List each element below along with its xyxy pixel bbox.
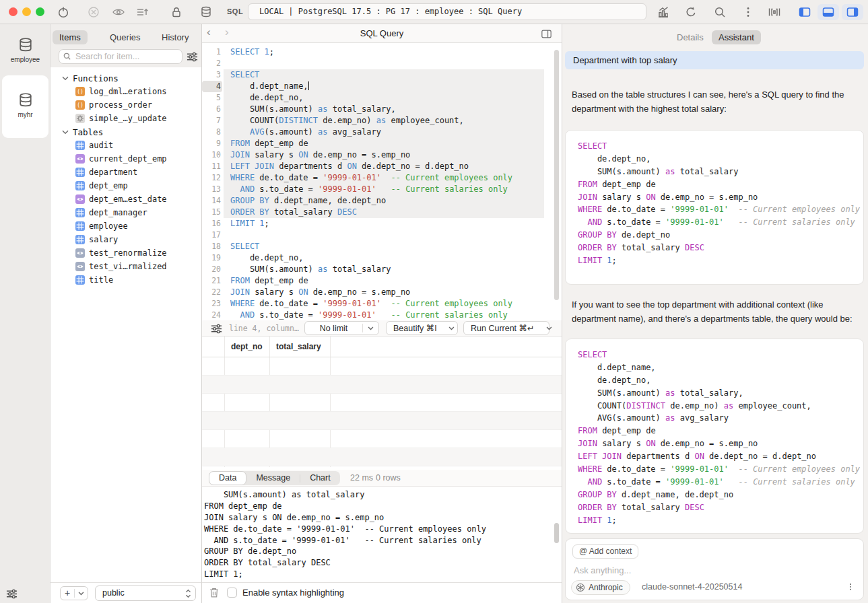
tree-group-functions[interactable]: Functions <box>51 71 201 85</box>
add-item-button[interactable]: + <box>60 586 88 600</box>
table-row[interactable] <box>202 357 562 376</box>
editor-code[interactable]: SELECT 1;SELECT d.dept_name, de.dept_no,… <box>230 46 544 320</box>
table-row[interactable] <box>202 430 562 448</box>
chart-icon[interactable] <box>657 5 670 19</box>
tab-history[interactable]: History <box>155 30 195 44</box>
tree-item-title[interactable]: title <box>51 273 201 287</box>
editor-code-line[interactable]: LEFT JOIN departments d ON de.dept_no = … <box>230 161 544 172</box>
zoom-window-button[interactable] <box>36 7 44 16</box>
tree-item-employee[interactable]: employee <box>51 219 201 233</box>
refresh-icon[interactable] <box>684 5 698 19</box>
ask-anything-input[interactable]: Ask anything... <box>574 565 631 575</box>
toggle-right-panel-icon[interactable] <box>842 4 863 20</box>
editor-code-line[interactable]: GROUP BY d.dept_name, de.dept_no <box>230 195 544 207</box>
tree-item-process-order[interactable]: ()process_order <box>51 98 201 112</box>
results-grid[interactable]: dept_no total_salary <box>202 336 562 470</box>
tree-group-tables[interactable]: Tables <box>51 125 201 139</box>
table-row[interactable] <box>202 394 562 412</box>
editor-code-line[interactable]: de.dept_no, <box>230 92 544 104</box>
editor-code-line[interactable]: FROM dept_emp de <box>230 275 544 287</box>
tab-message[interactable]: Message <box>246 471 300 485</box>
editor-code-line[interactable] <box>230 229 544 241</box>
add-context-chip[interactable]: @ Add context <box>572 544 638 559</box>
editor-code-line[interactable]: JOIN salary s ON de.emp_no = s.emp_no <box>230 287 544 298</box>
append-rows-icon[interactable] <box>135 5 149 19</box>
tree-item-log-dml-erations[interactable]: ()log_dml…erations <box>51 85 201 98</box>
column-header[interactable]: total_salary <box>276 336 321 357</box>
cancel-icon[interactable] <box>87 5 100 19</box>
tree-item-dept-emp[interactable]: dept_emp <box>51 179 201 192</box>
editor-code-line[interactable]: de.dept_no, <box>230 252 544 264</box>
editor-code-line[interactable] <box>230 58 544 69</box>
message-scrollbar[interactable] <box>554 523 559 543</box>
database-icon[interactable] <box>199 5 213 19</box>
syntax-highlight-checkbox[interactable] <box>227 588 237 598</box>
editor-code-line[interactable]: JOIN salary s ON de.emp_no = s.emp_no <box>230 149 544 161</box>
search-icon[interactable] <box>713 5 727 19</box>
chevron-down-icon[interactable] <box>62 130 70 135</box>
tab-items[interactable]: Items <box>53 30 88 44</box>
tab-assistant[interactable]: Assistant <box>712 30 761 44</box>
eye-icon[interactable] <box>112 5 125 19</box>
editor-code-line[interactable]: SUM(s.amount) as total_salary <box>230 264 544 275</box>
assistant-input-card[interactable]: @ Add context Ask anything... Anthropic … <box>565 538 864 600</box>
run-current-button[interactable]: Run Current ⌘↵ <box>463 321 549 335</box>
model-name[interactable]: claude-sonnet-4-20250514 <box>642 582 742 592</box>
power-plug-icon[interactable] <box>57 5 70 19</box>
editor-code-line[interactable]: SUM(s.amount) as total_salary, <box>230 104 544 115</box>
chevron-down-icon[interactable] <box>62 76 70 81</box>
table-row[interactable] <box>202 412 562 430</box>
table-row[interactable] <box>202 448 562 466</box>
toggle-bottom-panel-icon[interactable] <box>817 4 839 20</box>
editor-code-line[interactable]: SELECT 1; <box>230 46 544 58</box>
editor-code-line[interactable]: ORDER BY total_salary DESC <box>230 207 544 218</box>
editor-code-line[interactable]: AND s.to_date = '9999-01-01' -- Current … <box>230 184 544 195</box>
tab-chart[interactable]: Chart <box>300 471 340 485</box>
center-layout-icon[interactable] <box>768 5 781 19</box>
provider-select[interactable]: Anthropic <box>571 580 630 595</box>
more-icon[interactable] <box>846 582 855 592</box>
lock-icon[interactable] <box>170 5 183 19</box>
sql-code-block[interactable]: SELECT d.dept_name, de.dept_no, SUM(s.am… <box>565 339 864 534</box>
editor-code-line[interactable]: COUNT(DISTINCT de.emp_no) as employee_co… <box>230 115 544 127</box>
tab-details[interactable]: Details <box>670 30 710 44</box>
editor-code-line[interactable]: AND s.to_date = '9999-01-01' -- Current … <box>230 310 544 320</box>
editor-code-line[interactable]: SELECT <box>230 69 544 81</box>
tree-item-dept-manager[interactable]: dept_manager <box>51 206 201 219</box>
filter-sliders-icon[interactable] <box>186 51 199 63</box>
connection-title[interactable]: LOCAL | PostgreSQL 17.5 : PG 17 : employ… <box>248 3 646 20</box>
minimize-window-button[interactable] <box>22 7 31 16</box>
split-panel-icon[interactable] <box>541 29 552 39</box>
sql-editor[interactable]: 123456789101112131415161718192021222324 … <box>202 43 562 320</box>
tree-item-dept-em-est-date[interactable]: dept_em…est_date <box>51 192 201 206</box>
tree-item-salary[interactable]: salary <box>51 233 201 246</box>
sidebar-database-employee[interactable]: employee <box>0 36 51 63</box>
column-header[interactable]: dept_no <box>231 336 263 357</box>
editor-code-line[interactable]: WHERE de.to_date = '9999-01-01' -- Curre… <box>230 172 544 184</box>
filter-sliders-icon[interactable] <box>5 588 18 600</box>
tree-item-test-renormalize[interactable]: test_renormalize <box>51 246 201 260</box>
editor-code-line[interactable]: AVG(s.amount) as avg_salary <box>230 127 544 138</box>
conversation-title-banner[interactable]: Department with top salary <box>565 51 864 69</box>
tree-item-department[interactable]: department <box>51 166 201 179</box>
editor-code-line[interactable]: LIMIT 1; <box>230 218 544 229</box>
search-input[interactable] <box>59 49 182 64</box>
close-window-button[interactable] <box>9 7 18 16</box>
tree-item-simple-y-update[interactable]: simple_…y_update <box>51 112 201 125</box>
tab-data[interactable]: Data <box>209 471 246 485</box>
tree-item-test-vi-rmalized[interactable]: test_vi…rmalized <box>51 260 201 273</box>
sidebar-database-myhr[interactable]: myhr <box>0 92 51 118</box>
row-limit-dropdown[interactable]: No limit <box>304 321 379 335</box>
filter-sliders-icon[interactable] <box>210 323 223 334</box>
more-icon[interactable] <box>741 5 755 19</box>
editor-code-line[interactable]: SELECT <box>230 241 544 252</box>
editor-scrollbar[interactable] <box>554 50 559 300</box>
sql-code-block[interactable]: SELECT de.dept_no, SUM(s.amount) as tota… <box>565 130 864 285</box>
message-output-panel[interactable]: SUM(s.amount) as total_salaryFROM dept_e… <box>202 487 562 582</box>
tree-item-audit[interactable]: audit <box>51 139 201 152</box>
table-row[interactable] <box>202 376 562 394</box>
trash-icon[interactable] <box>209 587 220 598</box>
tree-item-current-dept-emp[interactable]: current_dept_emp <box>51 152 201 166</box>
schema-select[interactable]: public <box>95 586 196 601</box>
beautify-button[interactable]: Beautify ⌘I <box>386 321 458 335</box>
